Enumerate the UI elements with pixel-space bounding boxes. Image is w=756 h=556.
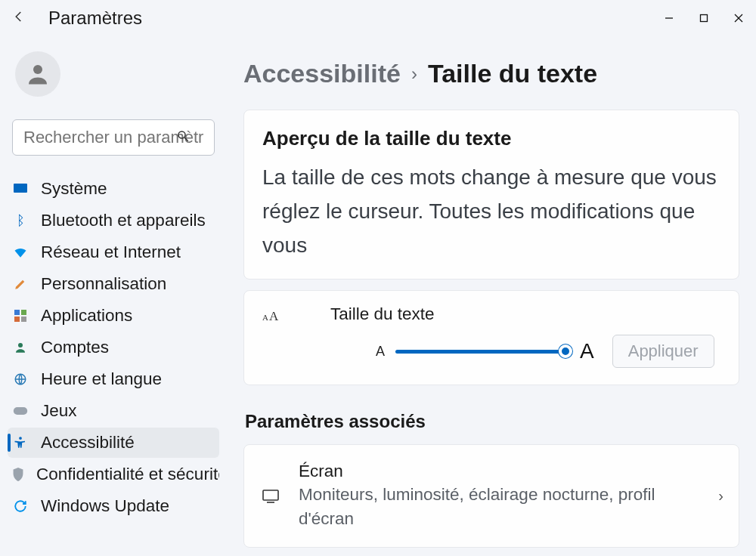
sidebar-item-time-language[interactable]: Heure et langue	[8, 364, 219, 394]
svg-rect-16	[263, 490, 278, 500]
main-content: Accessibilité › Taille du texte Aperçu d…	[227, 45, 756, 556]
sidebar-item-label: Confidentialité et sécurité	[36, 465, 219, 484]
preview-heading: Aperçu de la taille du texte	[262, 127, 720, 150]
window-title: Paramètres	[48, 8, 142, 29]
sidebar-item-accounts[interactable]: Comptes	[8, 332, 219, 363]
related-settings-heading: Paramètres associés	[245, 411, 739, 432]
globe-icon	[12, 371, 29, 388]
sidebar-item-bluetooth[interactable]: ᛒ Bluetooth et appareils	[8, 205, 219, 236]
breadcrumb-parent[interactable]: Accessibilité	[243, 59, 401, 88]
svg-rect-8	[14, 310, 20, 315]
display-icon	[259, 489, 282, 504]
system-icon	[12, 181, 29, 197]
search-input[interactable]	[12, 119, 215, 156]
text-size-icon: AA	[262, 309, 293, 324]
chevron-right-icon: ›	[411, 63, 417, 85]
svg-rect-9	[21, 310, 26, 315]
slider-handle[interactable]	[559, 344, 572, 358]
svg-rect-11	[21, 317, 26, 322]
brush-icon	[12, 276, 29, 292]
apply-button[interactable]: Appliquer	[612, 335, 714, 368]
minimize-button[interactable]	[652, 6, 686, 30]
preview-text: La taille de ces mots change à mesure qu…	[262, 161, 720, 262]
sidebar-item-label: Jeux	[41, 401, 77, 421]
sidebar-item-gaming[interactable]: Jeux	[8, 396, 219, 426]
nav-list: Système ᛒ Bluetooth et appareils Réseau …	[8, 174, 219, 521]
window-controls	[652, 6, 756, 30]
svg-point-12	[18, 343, 23, 348]
svg-point-4	[33, 65, 42, 74]
update-icon	[12, 498, 29, 514]
sidebar-item-label: Heure et langue	[41, 369, 162, 389]
breadcrumb-current: Taille du texte	[428, 59, 597, 88]
slider-max-marker: A	[580, 339, 594, 363]
svg-line-6	[184, 137, 188, 141]
sidebar-item-personalization[interactable]: Personnalisation	[8, 269, 219, 299]
sidebar-item-label: Bluetooth et appareils	[41, 211, 206, 230]
titlebar: Paramètres	[0, 0, 756, 36]
slider-min-marker: A	[376, 344, 385, 360]
sidebar-item-system[interactable]: Système	[8, 174, 219, 204]
search-icon	[176, 129, 190, 147]
shield-icon	[12, 466, 24, 483]
sidebar-item-label: Personnalisation	[41, 274, 166, 294]
accounts-icon	[12, 339, 29, 356]
sidebar-item-accessibility[interactable]: Accessibilité	[8, 428, 219, 458]
sidebar-item-label: Windows Update	[41, 496, 169, 516]
svg-rect-14	[14, 407, 27, 415]
sidebar: Système ᛒ Bluetooth et appareils Réseau …	[0, 45, 227, 556]
slider-label: Taille du texte	[330, 304, 435, 324]
sidebar-item-privacy[interactable]: Confidentialité et sécurité	[8, 459, 219, 490]
text-size-slider-card: AA Taille du texte A A Appliquer	[243, 290, 739, 385]
sidebar-item-label: Réseau et Internet	[41, 242, 181, 262]
svg-rect-10	[14, 317, 20, 322]
related-item-subtitle: Moniteurs, luminosité, éclairage nocturn…	[299, 483, 702, 530]
sidebar-item-windows-update[interactable]: Windows Update	[8, 491, 219, 521]
accessibility-icon	[12, 434, 29, 451]
svg-point-15	[19, 437, 22, 440]
svg-rect-7	[14, 184, 27, 193]
text-size-preview-card: Aperçu de la taille du texte La taille d…	[243, 110, 739, 280]
maximize-button[interactable]	[686, 6, 721, 30]
sidebar-item-label: Applications	[41, 306, 132, 326]
related-item-title: Écran	[299, 462, 702, 481]
sidebar-item-apps[interactable]: Applications	[8, 301, 219, 331]
sidebar-item-label: Système	[41, 179, 107, 199]
related-display-item[interactable]: Écran Moniteurs, luminosité, éclairage n…	[243, 444, 739, 548]
sidebar-item-label: Comptes	[41, 338, 109, 357]
sidebar-item-label: Accessibilité	[41, 433, 135, 453]
bluetooth-icon: ᛒ	[12, 212, 29, 229]
svg-point-5	[178, 131, 185, 138]
svg-rect-1	[701, 15, 708, 22]
sidebar-item-network[interactable]: Réseau et Internet	[8, 237, 219, 267]
avatar[interactable]	[15, 51, 60, 97]
text-size-slider[interactable]	[395, 350, 569, 354]
chevron-right-icon: ›	[718, 487, 723, 505]
back-button[interactable]	[12, 10, 26, 26]
apps-icon	[12, 307, 29, 324]
close-button[interactable]	[721, 6, 756, 30]
breadcrumb: Accessibilité › Taille du texte	[243, 59, 739, 88]
wifi-icon	[12, 244, 29, 261]
gaming-icon	[12, 403, 29, 419]
